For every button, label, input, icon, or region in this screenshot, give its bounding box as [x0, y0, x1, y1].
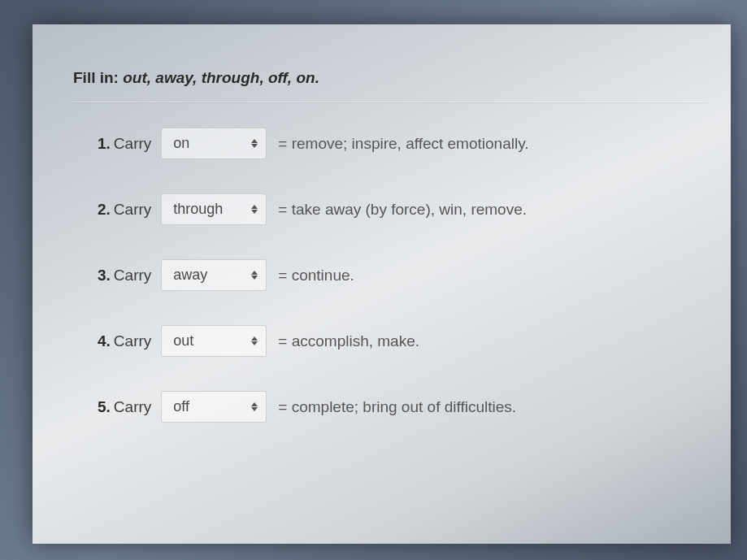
question-stem: Carry — [114, 201, 151, 219]
sort-icon — [251, 402, 258, 411]
definition-text: = accomplish, make. — [278, 332, 419, 350]
question-stem: Carry — [114, 332, 151, 350]
sort-icon — [251, 336, 258, 345]
question-number: 3. — [98, 267, 111, 284]
definition-text: = continue. — [278, 267, 354, 284]
dropdown-value: away — [173, 267, 207, 284]
question-list: 1. Carry on = remove; inspire, affect em… — [73, 128, 706, 423]
definition-text: = remove; inspire, affect emotionally. — [278, 135, 528, 153]
question-row: 4. Carry out = accomplish, make. — [98, 325, 706, 357]
dropdown-value: off — [173, 398, 189, 415]
instruction-prefix: Fill in: — [73, 69, 119, 86]
question-row: 3. Carry away = continue. — [98, 259, 706, 291]
question-row: 1. Carry on = remove; inspire, affect em… — [98, 128, 706, 159]
answer-dropdown[interactable]: away — [161, 259, 267, 291]
dropdown-value: on — [173, 135, 189, 152]
question-stem: Carry — [114, 267, 151, 284]
dropdown-value: through — [173, 201, 223, 218]
definition-text: = take away (by force), win, remove. — [278, 201, 527, 219]
exercise-page: Fill in: out, away, through, off, on. 1.… — [33, 24, 731, 544]
sort-icon — [251, 271, 258, 280]
question-stem: Carry — [114, 398, 151, 416]
question-number: 5. — [98, 398, 111, 416]
question-row: 2. Carry through = take away (by force),… — [98, 193, 706, 225]
sort-icon — [251, 139, 258, 148]
answer-dropdown[interactable]: out — [161, 325, 267, 357]
sort-icon — [251, 205, 258, 214]
question-row: 5. Carry off = complete; bring out of di… — [98, 391, 706, 423]
definition-text: = complete; bring out of difficulties. — [278, 398, 516, 416]
question-number: 4. — [98, 332, 111, 350]
answer-dropdown[interactable]: off — [161, 391, 267, 423]
question-stem: Carry — [114, 135, 151, 153]
instruction-text: Fill in: out, away, through, off, on. — [73, 69, 706, 87]
dropdown-value: out — [173, 332, 193, 349]
answer-dropdown[interactable]: through — [161, 193, 267, 225]
instruction-options: out, away, through, off, on. — [123, 69, 319, 86]
divider — [73, 102, 706, 103]
answer-dropdown[interactable]: on — [161, 128, 267, 159]
question-number: 2. — [98, 201, 111, 219]
question-number: 1. — [98, 135, 111, 153]
